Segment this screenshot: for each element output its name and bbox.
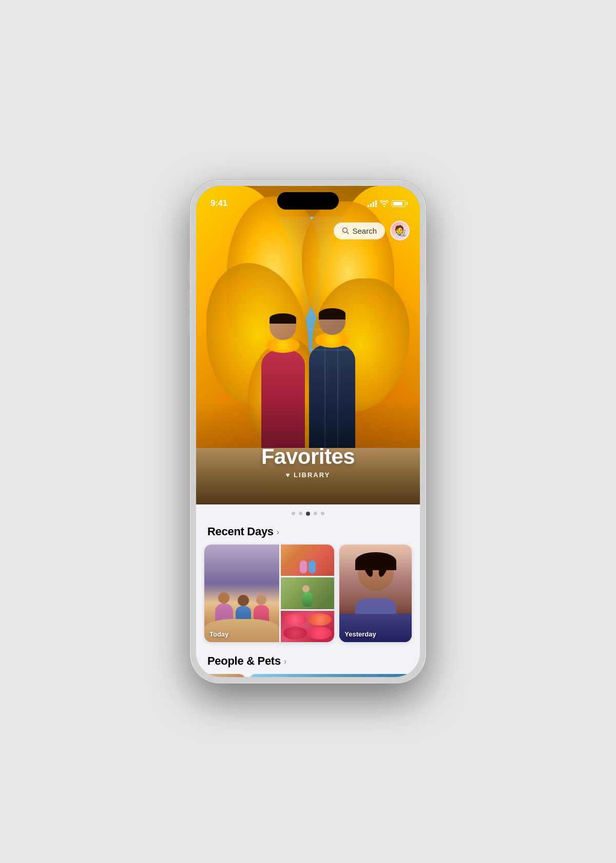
wifi-icon	[380, 200, 389, 207]
status-icons	[368, 200, 406, 207]
people-pets-header[interactable]: People & Pets ›	[196, 650, 420, 674]
yesterday-card[interactable]: Yesterday	[339, 545, 412, 642]
page-dots	[196, 504, 420, 521]
hero-subtitle: ♥ LIBRARY	[196, 471, 420, 479]
content-area[interactable]: Recent Days ›	[196, 504, 420, 677]
signal-icon	[368, 200, 377, 207]
recent-days-chevron: ›	[277, 528, 279, 537]
top-bar: Search 🧑‍🎨	[196, 217, 420, 245]
search-icon	[342, 227, 349, 234]
svg-line-1	[347, 232, 349, 234]
phone-screen: 9:41	[196, 186, 420, 677]
avatar-emoji: 🧑‍🎨	[394, 224, 407, 237]
battery-icon	[392, 200, 406, 207]
hero-section: Favorites ♥ LIBRARY Search 🧑‍🎨	[196, 186, 420, 504]
search-button[interactable]: Search	[334, 222, 385, 239]
dot-4[interactable]	[314, 512, 317, 515]
yesterday-label: Yesterday	[344, 630, 376, 638]
dot-5[interactable]	[321, 512, 324, 515]
today-card[interactable]: Today	[204, 545, 334, 642]
dot-2[interactable]	[299, 512, 302, 515]
people-pets-chevron: ›	[284, 657, 286, 666]
search-label: Search	[352, 227, 377, 235]
recent-days-grid: Today	[196, 545, 420, 650]
recent-days-header[interactable]: Recent Days ›	[196, 521, 420, 545]
hero-title-area: Favorites ♥ LIBRARY	[196, 444, 420, 479]
status-time: 9:41	[210, 198, 227, 209]
people-thumb-1[interactable]	[204, 674, 245, 677]
hero-title: Favorites	[196, 444, 420, 469]
dot-3-active[interactable]	[306, 512, 310, 516]
phone-device: 9:41	[190, 180, 426, 683]
dot-1[interactable]	[292, 512, 295, 515]
avatar[interactable]: 🧑‍🎨	[390, 221, 410, 240]
dynamic-island	[277, 192, 339, 210]
recent-days-title: Recent Days	[207, 525, 274, 538]
people-thumb-2[interactable]	[249, 674, 412, 677]
people-pets-title: People & Pets	[207, 654, 281, 668]
today-label: Today	[209, 630, 228, 638]
